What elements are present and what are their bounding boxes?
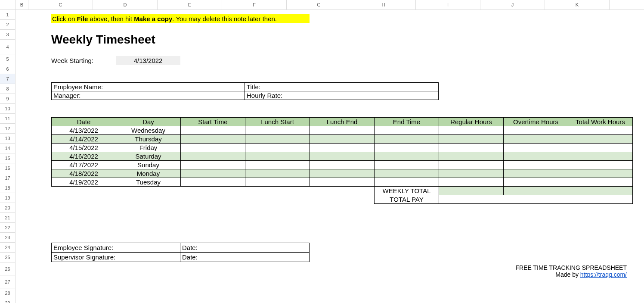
total-pay-value[interactable] [439, 195, 633, 204]
row-header[interactable]: 5 [0, 54, 15, 64]
row-header[interactable]: 13 [0, 134, 15, 144]
row-header[interactable]: 2 [0, 20, 15, 30]
hourly-rate-label[interactable]: Hourly Rate: [245, 91, 438, 100]
weekly-total-regular[interactable] [439, 187, 504, 195]
cell-value[interactable] [310, 152, 375, 161]
cell-date[interactable]: 4/19/2022 [52, 178, 116, 187]
cell-date[interactable]: 4/18/2022 [52, 169, 116, 178]
cell-value[interactable] [181, 152, 245, 161]
row-header[interactable]: 8 [0, 84, 15, 94]
cell-value[interactable] [310, 135, 375, 144]
row-header[interactable]: 7 [0, 74, 15, 84]
row-header[interactable]: 12 [0, 124, 15, 134]
row-header[interactable]: 1 [0, 10, 15, 20]
supervisor-signature-date-label[interactable]: Date: [180, 253, 309, 262]
cell-date[interactable]: 4/17/2022 [52, 161, 116, 169]
cell-value[interactable] [375, 144, 439, 152]
col-lunch-start[interactable]: Lunch Start [245, 118, 310, 126]
col-date[interactable]: Date [52, 118, 116, 126]
cell-value[interactable] [439, 126, 504, 135]
cell-value[interactable] [375, 161, 439, 169]
weekly-total-all[interactable] [568, 187, 633, 195]
row-header[interactable]: 23 [0, 233, 15, 243]
cell-day[interactable]: Monday [116, 169, 181, 178]
row-header[interactable]: 28 [0, 288, 15, 298]
col-header[interactable]: I [416, 0, 480, 9]
cell-value[interactable] [439, 152, 504, 161]
cell-value[interactable] [568, 178, 633, 187]
row-header[interactable]: 4 [0, 40, 15, 54]
col-header[interactable]: C [28, 0, 93, 9]
row-header[interactable]: 19 [0, 193, 15, 203]
col-header[interactable]: H [351, 0, 416, 9]
cell-value[interactable] [310, 161, 375, 169]
cell-value[interactable] [310, 144, 375, 152]
cell-value[interactable] [568, 169, 633, 178]
col-end-time[interactable]: End Time [375, 118, 439, 126]
row-header[interactable]: 18 [0, 183, 15, 193]
col-header[interactable]: J [480, 0, 545, 9]
cell-value[interactable] [310, 169, 375, 178]
cell-value[interactable] [310, 178, 375, 187]
col-lunch-end[interactable]: Lunch End [310, 118, 375, 126]
cell-day[interactable]: Tuesday [116, 178, 181, 187]
cell-value[interactable] [439, 135, 504, 144]
cell-value[interactable] [375, 135, 439, 144]
row-header[interactable]: 10 [0, 104, 15, 114]
cell-value[interactable] [568, 144, 633, 152]
cell-day[interactable]: Sunday [116, 161, 181, 169]
col-total-hours[interactable]: Total Work Hours [568, 118, 633, 126]
row-header[interactable]: 27 [0, 275, 15, 288]
cell-value[interactable] [181, 144, 245, 152]
cell-value[interactable] [504, 161, 568, 169]
col-regular-hours[interactable]: Regular Hours [439, 118, 504, 126]
cell-value[interactable] [504, 169, 568, 178]
footer-link[interactable]: https://traqq.com/ [580, 271, 627, 278]
cell-value[interactable] [504, 152, 568, 161]
cell-value[interactable] [439, 161, 504, 169]
row-header[interactable]: 15 [0, 153, 15, 163]
row-header[interactable]: 14 [0, 144, 15, 153]
cell-value[interactable] [439, 169, 504, 178]
employee-signature-label[interactable]: Employee Signature: [52, 243, 180, 252]
cell-value[interactable] [504, 126, 568, 135]
cell-value[interactable] [181, 126, 245, 135]
cell-value[interactable] [568, 135, 633, 144]
row-header[interactable]: 9 [0, 94, 15, 104]
cell-value[interactable] [504, 135, 568, 144]
employee-name-label[interactable]: Employee Name: [52, 83, 245, 91]
cell-value[interactable] [181, 161, 245, 169]
col-header[interactable]: B [15, 0, 28, 9]
row-header[interactable]: 3 [0, 30, 15, 40]
col-header[interactable]: G [287, 0, 351, 9]
cell-day[interactable]: Friday [116, 144, 181, 152]
cell-value[interactable] [504, 178, 568, 187]
cell-value[interactable] [245, 126, 310, 135]
row-header[interactable]: 20 [0, 203, 15, 213]
cell-day[interactable]: Thursday [116, 135, 181, 144]
row-header[interactable]: 22 [0, 223, 15, 233]
row-header[interactable]: 11 [0, 114, 15, 124]
cell-value[interactable] [245, 135, 310, 144]
row-header[interactable]: 24 [0, 243, 15, 253]
cell-value[interactable] [181, 178, 245, 187]
row-header[interactable]: 16 [0, 163, 15, 173]
cell-value[interactable] [245, 152, 310, 161]
cell-date[interactable]: 4/16/2022 [52, 152, 116, 161]
cell-day[interactable]: Saturday [116, 152, 181, 161]
cell-date[interactable]: 4/14/2022 [52, 135, 116, 144]
cell-date[interactable]: 4/15/2022 [52, 144, 116, 152]
col-overtime-hours[interactable]: Overtime Hours [504, 118, 568, 126]
row-header[interactable]: 6 [0, 64, 15, 74]
sheet-content[interactable]: Click on File above, then hit Make a cop… [15, 10, 644, 262]
cell-value[interactable] [568, 126, 633, 135]
col-day[interactable]: Day [116, 118, 181, 126]
week-starting-value[interactable]: 4/13/2022 [116, 56, 180, 65]
cell-value[interactable] [439, 178, 504, 187]
cell-value[interactable] [375, 178, 439, 187]
cell-day[interactable]: Wednesday [116, 126, 181, 135]
row-header[interactable]: 25 [0, 253, 15, 262]
cell-value[interactable] [181, 135, 245, 144]
cell-value[interactable] [245, 144, 310, 152]
row-header[interactable]: 17 [0, 173, 15, 183]
